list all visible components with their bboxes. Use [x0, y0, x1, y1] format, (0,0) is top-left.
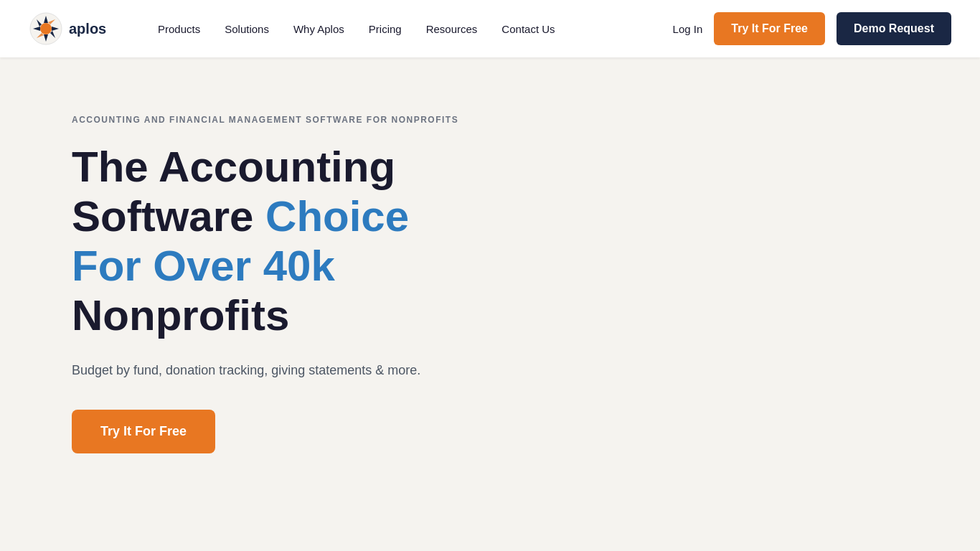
hero-try-free-button[interactable]: Try It For Free	[72, 410, 215, 453]
logo[interactable]: aplos	[29, 11, 119, 46]
hero-subtitle: ACCOUNTING AND FINANCIAL MANAGEMENT SOFT…	[72, 115, 473, 125]
nav-pricing[interactable]: Pricing	[359, 17, 412, 41]
nav-demo-button[interactable]: Demo Request	[837, 12, 951, 45]
hero-title-part2: Nonprofits	[72, 291, 289, 339]
nav-try-free-button[interactable]: Try It For Free	[714, 12, 825, 45]
hero-title: The Accounting Software Choice For Over …	[72, 142, 473, 340]
nav-resources[interactable]: Resources	[416, 17, 488, 41]
hero-section: ACCOUNTING AND FINANCIAL MANAGEMENT SOFT…	[0, 57, 502, 496]
svg-point-1	[40, 23, 52, 34]
nav-contact-us[interactable]: Contact Us	[491, 17, 565, 41]
hero-description: Budget by fund, donation tracking, givin…	[72, 360, 473, 381]
navbar: aplos Products Solutions Why Aplos Prici…	[0, 0, 980, 57]
nav-products[interactable]: Products	[148, 17, 210, 41]
nav-links: Products Solutions Why Aplos Pricing Res…	[148, 17, 673, 41]
nav-actions: Log In Try It For Free Demo Request	[673, 12, 951, 45]
svg-text:aplos: aplos	[69, 21, 106, 37]
nav-solutions[interactable]: Solutions	[215, 17, 279, 41]
login-link[interactable]: Log In	[673, 23, 703, 35]
nav-why-aplos[interactable]: Why Aplos	[283, 17, 354, 41]
